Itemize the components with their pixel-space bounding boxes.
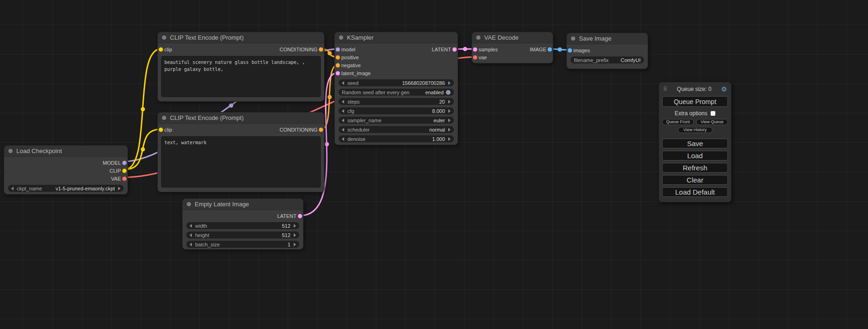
node-titlebar[interactable]: KSampler <box>335 32 458 43</box>
settings-gear-icon[interactable]: ⚙ <box>721 85 727 93</box>
extra-options-checkbox[interactable] <box>711 111 715 116</box>
latent-output-slot[interactable] <box>452 47 457 51</box>
latent-image-input-slot[interactable] <box>336 71 340 75</box>
increment-arrow-icon[interactable] <box>448 119 451 122</box>
node-titlebar[interactable]: CLIP Text Encode (Prompt) <box>158 32 324 43</box>
extra-options-label: Extra options <box>675 110 707 117</box>
conditioning-output-slot[interactable] <box>319 127 323 132</box>
node-vae-decode[interactable]: VAE Decode samples IMAGE vae <box>472 32 553 63</box>
decrement-arrow-icon[interactable] <box>342 137 344 141</box>
wire-midpoint-dot <box>141 147 145 152</box>
slot-row: samples IMAGE <box>472 45 553 53</box>
slot-row: CLIP <box>4 167 127 175</box>
clip-output-slot[interactable] <box>122 168 127 173</box>
collapse-dot-icon[interactable] <box>162 116 166 120</box>
collapse-dot-icon[interactable] <box>187 202 191 206</box>
increment-arrow-icon[interactable] <box>118 187 120 190</box>
decrement-arrow-icon[interactable] <box>190 233 192 237</box>
negative-input-slot[interactable] <box>336 63 340 67</box>
seed-widget[interactable]: seed 156680208700286 <box>339 79 454 86</box>
widget-value: 1 <box>288 242 290 247</box>
refresh-button[interactable]: Refresh <box>662 163 728 173</box>
clear-button[interactable]: Clear <box>662 175 728 185</box>
decrement-arrow-icon[interactable] <box>342 119 344 122</box>
decrement-arrow-icon[interactable] <box>342 109 344 113</box>
node-save-image[interactable]: Save Image images filename_prefix ComfyU… <box>566 33 648 69</box>
positive-prompt-textarea[interactable]: beautiful scenery nature glass bottle la… <box>161 56 321 97</box>
decrement-arrow-icon[interactable] <box>342 128 344 132</box>
image-output-slot[interactable] <box>548 47 552 51</box>
positive-input-label: positive <box>341 55 359 60</box>
load-default-button[interactable]: Load Default <box>662 187 728 197</box>
random-seed-toggle-widget[interactable]: Random seed after every gen enabled <box>339 89 454 96</box>
increment-arrow-icon[interactable] <box>448 137 451 141</box>
clip-input-slot[interactable] <box>159 47 163 51</box>
node-ksampler[interactable]: KSampler model LATENT positive negative … <box>334 32 458 145</box>
vae-input-slot[interactable] <box>473 55 477 59</box>
collapse-dot-icon[interactable] <box>339 35 343 40</box>
scheduler-widget[interactable]: scheduler normal <box>339 126 454 133</box>
model-input-slot[interactable] <box>336 47 340 51</box>
node-clip-text-encode-negative[interactable]: CLIP Text Encode (Prompt) clip CONDITION… <box>157 112 325 192</box>
samples-input-slot[interactable] <box>473 47 477 51</box>
collapse-dot-icon[interactable] <box>162 35 166 40</box>
increment-arrow-icon[interactable] <box>448 128 451 132</box>
widget-label: seed <box>347 80 359 86</box>
slot-row: VAE <box>4 175 127 182</box>
filename-prefix-widget[interactable]: filename_prefix ComfyUI <box>571 56 644 63</box>
load-button[interactable]: Load <box>662 151 728 161</box>
view-history-button[interactable]: View History <box>678 127 713 133</box>
wire-midpoint-dot <box>558 48 562 52</box>
increment-arrow-icon[interactable] <box>448 109 451 113</box>
toggle-knob-icon[interactable] <box>446 90 451 95</box>
clip-input-slot[interactable] <box>159 127 163 132</box>
widget-label: height <box>195 232 209 238</box>
negative-prompt-textarea[interactable]: text, watermark <box>161 136 321 188</box>
decrement-arrow-icon[interactable] <box>11 187 14 190</box>
steps-widget[interactable]: steps 20 <box>339 98 454 105</box>
decrement-arrow-icon[interactable] <box>342 100 344 104</box>
images-input-slot[interactable] <box>568 48 572 52</box>
widget-label: sampler_name <box>347 118 381 123</box>
decrement-arrow-icon[interactable] <box>190 224 192 228</box>
view-queue-button[interactable]: View Queue <box>696 119 728 125</box>
denoise-widget[interactable]: denoise 1.000 <box>339 135 454 142</box>
queue-prompt-button[interactable]: Queue Prompt <box>662 96 728 107</box>
node-titlebar[interactable]: CLIP Text Encode (Prompt) <box>158 112 324 124</box>
node-titlebar[interactable]: VAE Decode <box>472 32 553 43</box>
increment-arrow-icon[interactable] <box>294 224 296 228</box>
decrement-arrow-icon[interactable] <box>190 243 192 246</box>
height-widget[interactable]: height 512 <box>186 231 299 238</box>
decrement-arrow-icon[interactable] <box>342 81 344 85</box>
save-button[interactable]: Save <box>662 139 728 148</box>
ckpt-name-widget[interactable]: ckpt_name v1-5-pruned-emaonly.ckpt <box>8 185 124 192</box>
collapse-dot-icon[interactable] <box>476 35 480 40</box>
node-titlebar[interactable]: Load Checkpoint <box>4 146 127 157</box>
slot-row: model LATENT <box>335 45 458 53</box>
increment-arrow-icon[interactable] <box>448 100 451 104</box>
node-title-label: VAE Decode <box>484 34 518 41</box>
widget-label: scheduler <box>347 127 370 133</box>
conditioning-output-slot[interactable] <box>319 47 323 51</box>
positive-input-slot[interactable] <box>336 55 340 59</box>
node-titlebar[interactable]: Save Image <box>567 33 648 44</box>
node-load-checkpoint[interactable]: Load Checkpoint MODEL CLIP VAE ckpt_name <box>4 145 128 195</box>
queue-front-button[interactable]: Queue Front <box>662 119 694 125</box>
sampler-name-widget[interactable]: sampler_name euler <box>339 117 454 124</box>
graph-canvas[interactable]: Load Checkpoint MODEL CLIP VAE ckpt_name <box>0 0 868 329</box>
collapse-dot-icon[interactable] <box>571 36 575 41</box>
node-empty-latent-image[interactable]: Empty Latent Image LATENT width 512 heig… <box>182 198 303 250</box>
drag-handle-icon[interactable]: ⠿ <box>663 86 667 92</box>
increment-arrow-icon[interactable] <box>448 81 451 85</box>
increment-arrow-icon[interactable] <box>294 243 296 246</box>
width-widget[interactable]: width 512 <box>186 222 299 229</box>
increment-arrow-icon[interactable] <box>294 233 296 237</box>
latent-output-slot[interactable] <box>298 214 302 218</box>
vae-output-slot[interactable] <box>122 176 127 181</box>
cfg-widget[interactable]: cfg 8.000 <box>339 107 454 114</box>
collapse-dot-icon[interactable] <box>8 149 13 153</box>
batch-size-widget[interactable]: batch_size 1 <box>186 241 299 248</box>
node-clip-text-encode-positive[interactable]: CLIP Text Encode (Prompt) clip CONDITION… <box>157 32 325 102</box>
model-output-slot[interactable] <box>122 161 127 165</box>
node-titlebar[interactable]: Empty Latent Image <box>183 199 303 210</box>
